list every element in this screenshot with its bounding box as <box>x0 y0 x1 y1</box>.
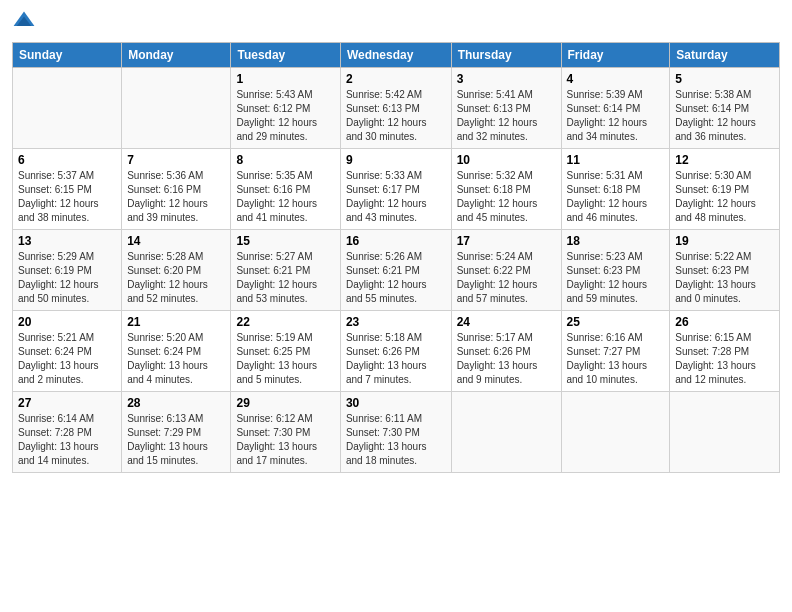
calendar-cell <box>122 68 231 149</box>
calendar-cell: 27Sunrise: 6:14 AM Sunset: 7:28 PM Dayli… <box>13 392 122 473</box>
day-number: 27 <box>18 396 116 410</box>
day-number: 3 <box>457 72 556 86</box>
day-number: 28 <box>127 396 225 410</box>
calendar-cell: 3Sunrise: 5:41 AM Sunset: 6:13 PM Daylig… <box>451 68 561 149</box>
calendar-cell <box>561 392 670 473</box>
calendar-header-row: SundayMondayTuesdayWednesdayThursdayFrid… <box>13 43 780 68</box>
day-number: 13 <box>18 234 116 248</box>
calendar-week-row: 20Sunrise: 5:21 AM Sunset: 6:24 PM Dayli… <box>13 311 780 392</box>
calendar-cell: 9Sunrise: 5:33 AM Sunset: 6:17 PM Daylig… <box>340 149 451 230</box>
calendar-body: 1Sunrise: 5:43 AM Sunset: 6:12 PM Daylig… <box>13 68 780 473</box>
day-info: Sunrise: 5:26 AM Sunset: 6:21 PM Dayligh… <box>346 250 446 306</box>
calendar-cell <box>451 392 561 473</box>
day-number: 21 <box>127 315 225 329</box>
day-number: 8 <box>236 153 334 167</box>
page-container: SundayMondayTuesdayWednesdayThursdayFrid… <box>0 0 792 483</box>
calendar-cell: 1Sunrise: 5:43 AM Sunset: 6:12 PM Daylig… <box>231 68 340 149</box>
day-number: 20 <box>18 315 116 329</box>
calendar-table: SundayMondayTuesdayWednesdayThursdayFrid… <box>12 42 780 473</box>
day-info: Sunrise: 5:24 AM Sunset: 6:22 PM Dayligh… <box>457 250 556 306</box>
calendar-cell: 20Sunrise: 5:21 AM Sunset: 6:24 PM Dayli… <box>13 311 122 392</box>
day-number: 7 <box>127 153 225 167</box>
calendar-day-header: Thursday <box>451 43 561 68</box>
calendar-day-header: Wednesday <box>340 43 451 68</box>
day-info: Sunrise: 5:22 AM Sunset: 6:23 PM Dayligh… <box>675 250 774 306</box>
calendar-cell: 10Sunrise: 5:32 AM Sunset: 6:18 PM Dayli… <box>451 149 561 230</box>
calendar-cell: 4Sunrise: 5:39 AM Sunset: 6:14 PM Daylig… <box>561 68 670 149</box>
calendar-cell: 17Sunrise: 5:24 AM Sunset: 6:22 PM Dayli… <box>451 230 561 311</box>
day-info: Sunrise: 5:30 AM Sunset: 6:19 PM Dayligh… <box>675 169 774 225</box>
day-info: Sunrise: 5:33 AM Sunset: 6:17 PM Dayligh… <box>346 169 446 225</box>
calendar-week-row: 13Sunrise: 5:29 AM Sunset: 6:19 PM Dayli… <box>13 230 780 311</box>
day-info: Sunrise: 5:20 AM Sunset: 6:24 PM Dayligh… <box>127 331 225 387</box>
calendar-cell: 14Sunrise: 5:28 AM Sunset: 6:20 PM Dayli… <box>122 230 231 311</box>
calendar-cell: 24Sunrise: 5:17 AM Sunset: 6:26 PM Dayli… <box>451 311 561 392</box>
calendar-cell: 5Sunrise: 5:38 AM Sunset: 6:14 PM Daylig… <box>670 68 780 149</box>
calendar-cell: 6Sunrise: 5:37 AM Sunset: 6:15 PM Daylig… <box>13 149 122 230</box>
calendar-day-header: Tuesday <box>231 43 340 68</box>
calendar-week-row: 1Sunrise: 5:43 AM Sunset: 6:12 PM Daylig… <box>13 68 780 149</box>
calendar-day-header: Friday <box>561 43 670 68</box>
day-number: 4 <box>567 72 665 86</box>
day-number: 19 <box>675 234 774 248</box>
day-number: 29 <box>236 396 334 410</box>
day-number: 5 <box>675 72 774 86</box>
day-number: 18 <box>567 234 665 248</box>
calendar-day-header: Sunday <box>13 43 122 68</box>
day-info: Sunrise: 5:42 AM Sunset: 6:13 PM Dayligh… <box>346 88 446 144</box>
calendar-cell: 2Sunrise: 5:42 AM Sunset: 6:13 PM Daylig… <box>340 68 451 149</box>
calendar-cell: 18Sunrise: 5:23 AM Sunset: 6:23 PM Dayli… <box>561 230 670 311</box>
calendar-day-header: Monday <box>122 43 231 68</box>
day-number: 6 <box>18 153 116 167</box>
day-info: Sunrise: 6:11 AM Sunset: 7:30 PM Dayligh… <box>346 412 446 468</box>
day-info: Sunrise: 5:31 AM Sunset: 6:18 PM Dayligh… <box>567 169 665 225</box>
calendar-cell: 25Sunrise: 6:16 AM Sunset: 7:27 PM Dayli… <box>561 311 670 392</box>
day-info: Sunrise: 5:41 AM Sunset: 6:13 PM Dayligh… <box>457 88 556 144</box>
day-info: Sunrise: 5:21 AM Sunset: 6:24 PM Dayligh… <box>18 331 116 387</box>
day-number: 11 <box>567 153 665 167</box>
day-info: Sunrise: 5:36 AM Sunset: 6:16 PM Dayligh… <box>127 169 225 225</box>
day-info: Sunrise: 6:14 AM Sunset: 7:28 PM Dayligh… <box>18 412 116 468</box>
day-info: Sunrise: 6:12 AM Sunset: 7:30 PM Dayligh… <box>236 412 334 468</box>
calendar-cell <box>670 392 780 473</box>
calendar-cell: 29Sunrise: 6:12 AM Sunset: 7:30 PM Dayli… <box>231 392 340 473</box>
day-number: 1 <box>236 72 334 86</box>
day-number: 25 <box>567 315 665 329</box>
logo-icon <box>12 10 36 34</box>
day-info: Sunrise: 6:13 AM Sunset: 7:29 PM Dayligh… <box>127 412 225 468</box>
day-number: 15 <box>236 234 334 248</box>
day-number: 16 <box>346 234 446 248</box>
calendar-cell: 22Sunrise: 5:19 AM Sunset: 6:25 PM Dayli… <box>231 311 340 392</box>
day-number: 30 <box>346 396 446 410</box>
day-number: 17 <box>457 234 556 248</box>
day-info: Sunrise: 5:27 AM Sunset: 6:21 PM Dayligh… <box>236 250 334 306</box>
day-info: Sunrise: 6:15 AM Sunset: 7:28 PM Dayligh… <box>675 331 774 387</box>
day-info: Sunrise: 5:38 AM Sunset: 6:14 PM Dayligh… <box>675 88 774 144</box>
day-info: Sunrise: 6:16 AM Sunset: 7:27 PM Dayligh… <box>567 331 665 387</box>
day-info: Sunrise: 5:18 AM Sunset: 6:26 PM Dayligh… <box>346 331 446 387</box>
day-number: 22 <box>236 315 334 329</box>
day-info: Sunrise: 5:43 AM Sunset: 6:12 PM Dayligh… <box>236 88 334 144</box>
day-info: Sunrise: 5:28 AM Sunset: 6:20 PM Dayligh… <box>127 250 225 306</box>
logo <box>12 10 40 34</box>
header <box>12 10 780 34</box>
calendar-cell: 21Sunrise: 5:20 AM Sunset: 6:24 PM Dayli… <box>122 311 231 392</box>
calendar-cell: 12Sunrise: 5:30 AM Sunset: 6:19 PM Dayli… <box>670 149 780 230</box>
calendar-week-row: 27Sunrise: 6:14 AM Sunset: 7:28 PM Dayli… <box>13 392 780 473</box>
day-info: Sunrise: 5:19 AM Sunset: 6:25 PM Dayligh… <box>236 331 334 387</box>
calendar-day-header: Saturday <box>670 43 780 68</box>
day-info: Sunrise: 5:23 AM Sunset: 6:23 PM Dayligh… <box>567 250 665 306</box>
calendar-cell <box>13 68 122 149</box>
day-info: Sunrise: 5:37 AM Sunset: 6:15 PM Dayligh… <box>18 169 116 225</box>
day-number: 10 <box>457 153 556 167</box>
calendar-cell: 8Sunrise: 5:35 AM Sunset: 6:16 PM Daylig… <box>231 149 340 230</box>
day-number: 9 <box>346 153 446 167</box>
calendar-cell: 11Sunrise: 5:31 AM Sunset: 6:18 PM Dayli… <box>561 149 670 230</box>
calendar-cell: 13Sunrise: 5:29 AM Sunset: 6:19 PM Dayli… <box>13 230 122 311</box>
day-number: 2 <box>346 72 446 86</box>
calendar-cell: 28Sunrise: 6:13 AM Sunset: 7:29 PM Dayli… <box>122 392 231 473</box>
calendar-cell: 26Sunrise: 6:15 AM Sunset: 7:28 PM Dayli… <box>670 311 780 392</box>
day-info: Sunrise: 5:17 AM Sunset: 6:26 PM Dayligh… <box>457 331 556 387</box>
day-info: Sunrise: 5:35 AM Sunset: 6:16 PM Dayligh… <box>236 169 334 225</box>
day-info: Sunrise: 5:32 AM Sunset: 6:18 PM Dayligh… <box>457 169 556 225</box>
